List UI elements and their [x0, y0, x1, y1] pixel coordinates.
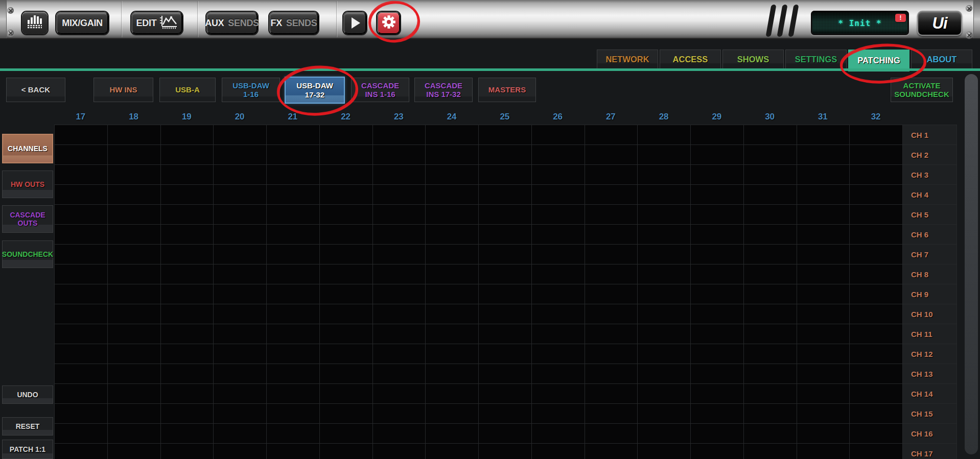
patch-cell-18-ch-3[interactable]	[108, 165, 161, 185]
patch-cell-30-ch-13[interactable]	[744, 364, 797, 384]
patch-cell-29-ch-4[interactable]	[691, 185, 744, 205]
patch-cell-24-ch-13[interactable]	[426, 364, 479, 384]
patch-cell-21-ch-1[interactable]	[267, 125, 320, 145]
patch-cell-31-ch-15[interactable]	[797, 404, 850, 424]
patch-cell-30-ch-7[interactable]	[744, 245, 797, 264]
patch-cell-21-ch-12[interactable]	[267, 344, 320, 364]
patch-cell-25-ch-14[interactable]	[479, 384, 532, 404]
patch-cell-28-ch-6[interactable]	[638, 225, 691, 245]
patch-cell-21-ch-11[interactable]	[267, 324, 320, 344]
patch-cell-25-ch-4[interactable]	[479, 185, 532, 205]
patch-cell-28-ch-2[interactable]	[638, 145, 691, 165]
patch-cell-19-ch-9[interactable]	[161, 284, 214, 304]
patch-cell-32-ch-17[interactable]	[850, 444, 903, 459]
patch-cell-26-ch-10[interactable]	[532, 304, 585, 324]
patch-cell-28-ch-8[interactable]	[638, 264, 691, 284]
patch-cell-20-ch-7[interactable]	[214, 245, 267, 264]
patch-cell-21-ch-14[interactable]	[267, 384, 320, 404]
patch-cell-30-ch-1[interactable]	[744, 125, 797, 145]
patch-cell-24-ch-2[interactable]	[426, 145, 479, 165]
patch-cell-29-ch-10[interactable]	[691, 304, 744, 324]
patch-cell-18-ch-8[interactable]	[108, 264, 161, 284]
patch-cell-28-ch-3[interactable]	[638, 165, 691, 185]
patch-cell-19-ch-4[interactable]	[161, 185, 214, 205]
patch-cell-29-ch-12[interactable]	[691, 344, 744, 364]
patch-cell-32-ch-14[interactable]	[850, 384, 903, 404]
patch-cell-25-ch-15[interactable]	[479, 404, 532, 424]
patch-cell-29-ch-14[interactable]	[691, 384, 744, 404]
patch-cell-26-ch-4[interactable]	[532, 185, 585, 205]
patch-cell-17-ch-14[interactable]	[55, 384, 108, 404]
edit-button[interactable]: EDIT	[131, 12, 182, 34]
patch-cell-21-ch-10[interactable]	[267, 304, 320, 324]
patch-cell-31-ch-6[interactable]	[797, 225, 850, 245]
patch-cell-19-ch-10[interactable]	[161, 304, 214, 324]
patch-cell-19-ch-1[interactable]	[161, 125, 214, 145]
patch-cell-21-ch-15[interactable]	[267, 404, 320, 424]
patch-cell-24-ch-3[interactable]	[426, 165, 479, 185]
aux-sends-button[interactable]: AUXSENDS	[206, 12, 258, 34]
subtab-hw-ins[interactable]: HW INS	[94, 78, 153, 102]
patch-cell-26-ch-12[interactable]	[532, 344, 585, 364]
patch-cell-23-ch-3[interactable]	[373, 165, 426, 185]
fx-sends-button[interactable]: FXSENDS	[269, 12, 318, 34]
subtab-cascade-ins-17-32[interactable]: CASCADEINS 17-32	[414, 78, 473, 102]
patch-cell-19-ch-8[interactable]	[161, 264, 214, 284]
patch-cell-32-ch-5[interactable]	[850, 205, 903, 225]
patch-cell-21-ch-5[interactable]	[267, 205, 320, 225]
patch-cell-21-ch-8[interactable]	[267, 264, 320, 284]
patch-cell-28-ch-10[interactable]	[638, 304, 691, 324]
patch-cell-27-ch-17[interactable]	[585, 444, 638, 459]
patch-cell-24-ch-11[interactable]	[426, 324, 479, 344]
patch-cell-17-ch-7[interactable]	[55, 245, 108, 264]
patch-cell-27-ch-9[interactable]	[585, 284, 638, 304]
patch-cell-23-ch-10[interactable]	[373, 304, 426, 324]
patch-cell-29-ch-17[interactable]	[691, 444, 744, 459]
patch-cell-21-ch-16[interactable]	[267, 424, 320, 444]
patch-cell-23-ch-6[interactable]	[373, 225, 426, 245]
patch-cell-32-ch-4[interactable]	[850, 185, 903, 205]
tab-about[interactable]: ABOUT	[911, 50, 972, 69]
patch-cell-20-ch-8[interactable]	[214, 264, 267, 284]
patch-cell-31-ch-12[interactable]	[797, 344, 850, 364]
patch-cell-23-ch-14[interactable]	[373, 384, 426, 404]
tab-settings[interactable]: SETTINGS	[785, 50, 847, 69]
patch-cell-17-ch-17[interactable]	[55, 444, 108, 459]
patch-cell-32-ch-11[interactable]	[850, 324, 903, 344]
patch-cell-30-ch-3[interactable]	[744, 165, 797, 185]
patch-cell-31-ch-2[interactable]	[797, 145, 850, 165]
patch-cell-19-ch-13[interactable]	[161, 364, 214, 384]
patch-cell-19-ch-11[interactable]	[161, 324, 214, 344]
patch-cell-26-ch-6[interactable]	[532, 225, 585, 245]
patch-cell-28-ch-16[interactable]	[638, 424, 691, 444]
patch-cell-17-ch-8[interactable]	[55, 264, 108, 284]
patch-cell-18-ch-10[interactable]	[108, 304, 161, 324]
patch-cell-29-ch-15[interactable]	[691, 404, 744, 424]
patch-cell-23-ch-7[interactable]	[373, 245, 426, 264]
patch-cell-18-ch-5[interactable]	[108, 205, 161, 225]
patch-cell-22-ch-14[interactable]	[320, 384, 373, 404]
settings-gear-button[interactable]	[377, 12, 400, 34]
patch-cell-31-ch-10[interactable]	[797, 304, 850, 324]
patch-cell-30-ch-2[interactable]	[744, 145, 797, 165]
patch-cell-21-ch-7[interactable]	[267, 245, 320, 264]
subtab-cascade-ins-1-16[interactable]: CASCADEINS 1-16	[351, 78, 409, 102]
patch-cell-18-ch-13[interactable]	[108, 364, 161, 384]
patch-cell-26-ch-2[interactable]	[532, 145, 585, 165]
patch-cell-29-ch-3[interactable]	[691, 165, 744, 185]
patch-cell-23-ch-1[interactable]	[373, 125, 426, 145]
patch-cell-30-ch-4[interactable]	[744, 185, 797, 205]
patch-cell-25-ch-9[interactable]	[479, 284, 532, 304]
patch-cell-27-ch-2[interactable]	[585, 145, 638, 165]
patch-cell-18-ch-12[interactable]	[108, 344, 161, 364]
patch-cell-18-ch-9[interactable]	[108, 284, 161, 304]
patch-cell-18-ch-14[interactable]	[108, 384, 161, 404]
subtab-usb-daw-17-32[interactable]: USB-DAW17-32	[285, 77, 345, 104]
patch-cell-31-ch-8[interactable]	[797, 264, 850, 284]
patch-cell-25-ch-2[interactable]	[479, 145, 532, 165]
patch-cell-22-ch-5[interactable]	[320, 205, 373, 225]
patch-cell-30-ch-17[interactable]	[744, 444, 797, 459]
patch-cell-24-ch-16[interactable]	[426, 424, 479, 444]
patch-cell-24-ch-17[interactable]	[426, 444, 479, 459]
patch-cell-18-ch-4[interactable]	[108, 185, 161, 205]
